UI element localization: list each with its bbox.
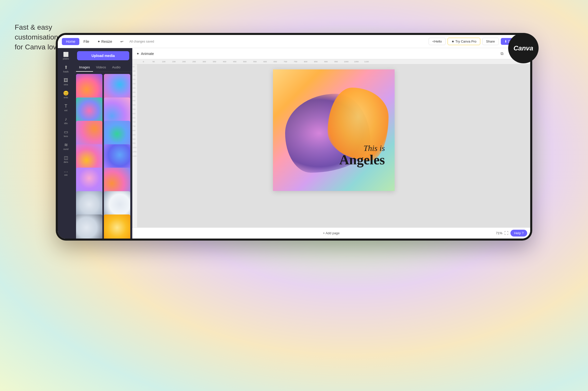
sidebar-item-audio[interactable]: ♪ idio	[58, 115, 74, 127]
vertical-ruler-marks: 50100150200250 300350400450500 550600650…	[132, 64, 137, 159]
templates-icon: ⬜	[63, 52, 69, 57]
sidebar-label-plates: plates	[63, 57, 69, 60]
upload-media-button[interactable]: Upload media	[77, 51, 129, 60]
media-thumb-10[interactable]	[104, 168, 130, 194]
ruler-mark-350: 350	[209, 61, 219, 63]
ruler-mark-0: 0	[138, 61, 149, 63]
sidebar-item-uploads[interactable]: ⬆ loads	[58, 63, 74, 75]
canvas-text-area[interactable]: This is Angeles	[339, 143, 385, 167]
canvas-zoom-controls: 71% ⛶ Help ?	[496, 230, 527, 237]
media-tabs: Images Videos Audio	[74, 63, 132, 72]
canvas-bottom-bar: + Add page 71% ⛶ Help ?	[132, 227, 530, 239]
videos-icon: ▭	[64, 130, 68, 134]
fullscreen-icon[interactable]: ⛶	[504, 231, 508, 236]
sidebar-label-text: ext	[64, 109, 67, 112]
sidebar-item-background-sound[interactable]: ≋ ound	[58, 141, 74, 152]
photos-icon: 🖼	[64, 78, 68, 83]
media-thumb-13[interactable]	[76, 214, 102, 239]
ruler-mark-1050: 1050	[351, 61, 361, 63]
tab-images[interactable]: Images	[76, 63, 93, 72]
ruler-mark-150: 150	[169, 61, 179, 63]
folders-icon: ◫	[64, 155, 68, 160]
media-thumb-7[interactable]	[76, 144, 102, 171]
sidebar-label-photos: otos	[64, 83, 68, 86]
tablet-screen: Home File ✦ Resize ↩ All changes saved <…	[58, 35, 530, 239]
sidebar-item-plates[interactable]: ⬜ plates	[58, 50, 74, 62]
ruler-mark-1100: 1100	[361, 61, 372, 63]
top-nav-bar: Home File ✦ Resize ↩ All changes saved <…	[58, 35, 530, 48]
nav-try-pro-button[interactable]: ★ Try Canva Pro	[448, 38, 480, 45]
sidebar-label-uploads: loads	[63, 70, 69, 73]
sidebar-item-photos[interactable]: 🖼 otos	[58, 76, 74, 88]
sidebar-label-elements: ents	[64, 96, 68, 99]
ruler-mark-500: 500	[240, 61, 250, 63]
nav-home[interactable]: Home	[62, 38, 79, 45]
tab-audio[interactable]: Audio	[109, 63, 123, 72]
copy-icon[interactable]: ⧉	[498, 50, 506, 58]
canva-logo: Canva	[508, 33, 539, 63]
sidebar-label-folders: ders	[64, 161, 68, 163]
sidebar-item-folders[interactable]: ◫ ders	[58, 153, 74, 165]
add-page-button[interactable]: + Add page	[323, 231, 340, 235]
sidebar-icons: ⬜ plates ⬆ loads 🖼 otos 😊 ents T ext	[58, 48, 74, 239]
media-grid	[74, 72, 132, 239]
nav-file[interactable]: File	[79, 38, 93, 45]
sparkle-icon: ✦	[136, 52, 139, 56]
ruler-mark-900: 900	[321, 61, 331, 63]
ruler-mark-50: 50	[149, 61, 159, 63]
nav-saved-status: All changes saved	[130, 40, 154, 43]
media-thumb-5[interactable]	[76, 121, 102, 147]
main-content-area: ⬜ plates ⬆ loads 🖼 otos 😊 ents T ext	[58, 48, 530, 239]
media-thumb-8[interactable]	[104, 144, 130, 171]
sidebar-item-text[interactable]: T ext	[58, 102, 74, 114]
media-thumb-4[interactable]	[104, 97, 130, 124]
nav-hello-button[interactable]: <Hello	[429, 38, 446, 45]
ruler-mark-100: 100	[159, 61, 169, 63]
ruler-mark-450: 450	[230, 61, 240, 63]
ruler-mark-750: 750	[290, 61, 301, 63]
text-icon: T	[65, 104, 67, 108]
media-thumb-14[interactable]	[104, 214, 130, 239]
media-thumb-2[interactable]	[104, 74, 130, 100]
more-icon: …	[64, 168, 68, 173]
ruler-mark-300: 300	[199, 61, 209, 63]
canvas-viewport[interactable]: This is Angeles	[137, 64, 530, 227]
ruler-mark-650: 650	[270, 61, 280, 63]
media-thumb-11[interactable]	[76, 191, 102, 218]
ruler-mark-550: 550	[250, 61, 260, 63]
media-thumb-12[interactable]	[104, 191, 130, 218]
animate-button[interactable]: ✦ Animate	[136, 52, 154, 56]
ruler-mark-600: 600	[260, 61, 270, 63]
elements-icon: 😊	[63, 91, 69, 95]
ruler-mark-250: 250	[189, 61, 199, 63]
canvas-artwork: This is Angeles	[273, 69, 395, 191]
sidebar-label-videos: leos	[64, 135, 68, 138]
ruler-mark-950: 950	[331, 61, 341, 63]
canvas-page[interactable]: This is Angeles	[273, 69, 395, 191]
uploads-panel: Upload media Images Videos Audio	[74, 48, 132, 239]
audio-icon: ♪	[65, 117, 67, 121]
sidebar-item-elements[interactable]: 😊 ents	[58, 89, 74, 101]
canvas-left-ruler: 50100150200250 300350400450500 550600650…	[132, 64, 137, 227]
ruler-mark-1000: 1000	[341, 61, 351, 63]
media-thumb-3[interactable]	[76, 97, 102, 124]
sidebar-item-more[interactable]: … ore	[58, 166, 74, 178]
ruler-mark-700: 700	[280, 61, 290, 63]
tab-videos[interactable]: Videos	[93, 63, 109, 72]
canva-logo-text: Canva	[513, 44, 533, 52]
media-thumb-1[interactable]	[76, 74, 102, 100]
canvas-title-angeles: Angeles	[339, 153, 385, 167]
media-thumb-9[interactable]	[76, 168, 102, 194]
help-button[interactable]: Help ?	[510, 230, 527, 237]
sidebar-label-sound: ound	[63, 148, 68, 150]
nav-undo[interactable]: ↩	[116, 38, 127, 45]
sound-icon: ≋	[64, 143, 68, 147]
ruler-top: 0 50 100 150 200 250 300 350 400 450 500…	[132, 59, 530, 64]
tablet-frame: Home File ✦ Resize ↩ All changes saved <…	[56, 33, 532, 241]
sidebar-item-videos[interactable]: ▭ leos	[58, 128, 74, 140]
zoom-level-display: 71%	[496, 231, 502, 235]
media-thumb-6[interactable]	[104, 121, 130, 147]
nav-share-button[interactable]: Share	[482, 38, 499, 45]
nav-resize[interactable]: ✦ Resize	[93, 38, 116, 45]
sidebar-label-audio: idio	[64, 122, 68, 125]
